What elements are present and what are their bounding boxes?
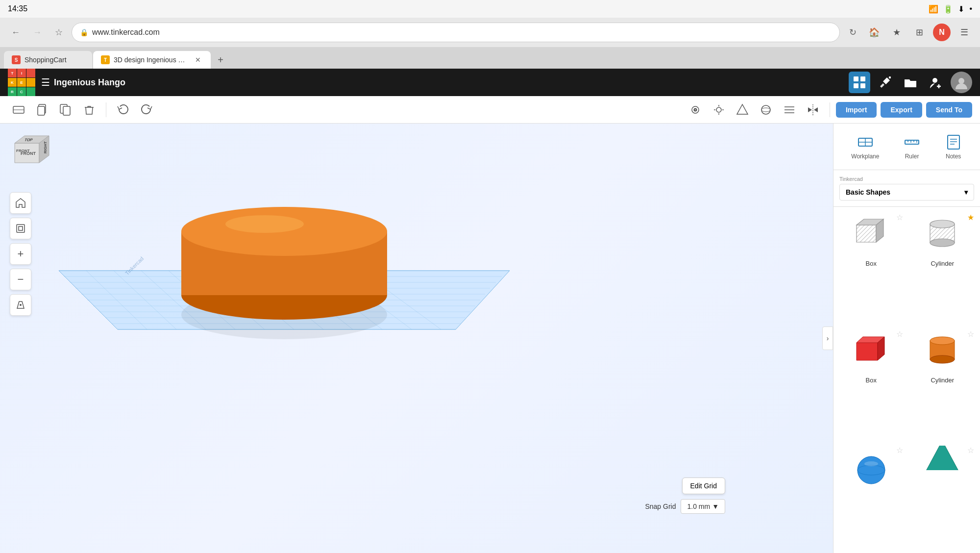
forward-button[interactable]: →	[28, 24, 46, 41]
bookmark-button[interactable]: ☆	[50, 24, 68, 41]
svg-rect-69	[19, 226, 23, 230]
svg-point-5	[932, 78, 937, 83]
hamburger-icon[interactable]: ☰	[41, 76, 50, 88]
workplane-btn[interactable]	[8, 99, 29, 121]
light-icon	[712, 103, 725, 116]
tab-tinkercad[interactable]: T 3D design Ingenious Hang... ✕	[93, 51, 211, 69]
toolbar: Import Export Send To	[0, 96, 980, 124]
svg-text:RIGHT: RIGHT	[43, 141, 48, 153]
shape-box-red-star[interactable]: ☆	[896, 329, 903, 339]
add-user-button[interactable]	[925, 72, 947, 93]
ruler-panel-icon	[903, 133, 921, 151]
build-button[interactable]	[874, 72, 896, 93]
shape-cylinder-orange-star[interactable]: ☆	[967, 329, 974, 339]
shape-teal-icon	[918, 446, 967, 470]
workplane-panel-button[interactable]: Workplane	[845, 129, 885, 164]
zoom-in-button[interactable]: +	[10, 243, 31, 265]
folders-button[interactable]	[900, 72, 921, 93]
svg-point-16	[695, 109, 696, 110]
svg-rect-3	[860, 83, 865, 88]
user-icon[interactable]: N	[933, 24, 951, 41]
tab-shoppingcart[interactable]: S ShoppingCart	[4, 51, 92, 69]
3d-viewport[interactable]: Tinkercad FRONT FRONT RIGHT TOP	[0, 124, 833, 553]
export-button[interactable]: Export	[881, 102, 922, 118]
tab2-close-button[interactable]: ✕	[193, 55, 203, 65]
align-btn[interactable]	[779, 99, 800, 121]
toolbar-divider-1	[106, 102, 106, 117]
browser-nav: ← → ☆ 🔒 www.tinkercad.com ↻ 🏠 ★ ⊞ N ☰	[0, 18, 980, 47]
svg-point-98	[858, 456, 885, 484]
tab2-favicon: T	[101, 55, 110, 64]
shape-box-red[interactable]: Box ☆	[839, 329, 903, 438]
panel-collapse-button[interactable]: ›	[822, 327, 833, 350]
edit-grid-button[interactable]: Edit Grid	[682, 478, 725, 494]
mirror-btn[interactable]	[802, 99, 824, 121]
shapes-btn[interactable]	[732, 99, 753, 121]
ruler-panel-button[interactable]: Ruler	[897, 129, 927, 164]
tinkercad-app: T I K E R C ☰ Ingenious Hango	[0, 69, 980, 553]
new-tab-button[interactable]: +	[212, 51, 229, 69]
object-btn[interactable]	[755, 99, 777, 121]
view-cube[interactable]: FRONT FRONT RIGHT TOP	[10, 133, 59, 182]
home-view-button[interactable]	[10, 192, 31, 214]
workplane-panel-icon	[857, 133, 874, 151]
snap-grid-select[interactable]: 1.0 mm ▼	[681, 499, 725, 514]
notes-panel-button[interactable]: Notes	[939, 129, 968, 164]
viewport-controls: + −	[10, 192, 31, 316]
logo-n1	[26, 69, 35, 77]
duplicate-btn[interactable]	[55, 99, 76, 121]
chevron-right-icon: ›	[827, 334, 829, 342]
perspective-icon	[15, 300, 26, 310]
snap-grid-area: Snap Grid 1.0 mm ▼	[645, 499, 725, 514]
logo-t: T	[8, 69, 17, 77]
box-red-icon	[847, 329, 896, 374]
svg-marker-30	[814, 107, 818, 112]
shape-cylinder-grey[interactable]: Cylinder ★	[911, 213, 975, 322]
notes-panel-icon	[945, 133, 962, 151]
shape-cylinder-orange[interactable]: Cylinder ☆	[911, 329, 975, 438]
redo-btn[interactable]	[136, 99, 157, 121]
home-icon[interactable]: 🏠	[865, 24, 883, 41]
send-to-button[interactable]: Send To	[926, 102, 972, 118]
zoom-out-button[interactable]: −	[10, 269, 31, 290]
snap-grid-value: 1.0 mm	[687, 503, 710, 510]
logo-c: C	[17, 87, 26, 96]
address-bar[interactable]: 🔒 www.tinkercad.com	[72, 23, 840, 42]
project-name[interactable]: Ingenious Hango	[54, 77, 125, 88]
tabs-bar: S ShoppingCart T 3D design Ingenious Han…	[0, 47, 980, 69]
reload-button[interactable]: ↻	[844, 24, 861, 41]
perspective-button[interactable]	[10, 294, 31, 316]
fit-view-button[interactable]	[10, 218, 31, 239]
shape-teal-star[interactable]: ☆	[967, 446, 974, 455]
workplane-icon	[12, 103, 25, 116]
time-display: 14:35	[8, 4, 27, 13]
grid-view-icon	[853, 75, 866, 89]
import-button[interactable]: Import	[836, 102, 877, 118]
box-grey-icon	[847, 213, 896, 257]
delete-btn[interactable]	[78, 99, 100, 121]
grid-view-button[interactable]	[849, 72, 870, 93]
shape-sphere-blue[interactable]: ☆	[839, 446, 903, 547]
profile-button[interactable]	[951, 72, 972, 93]
tab-groups-icon[interactable]: ⊞	[910, 24, 928, 41]
shape-cylinder-grey-star[interactable]: ★	[967, 213, 974, 222]
panel-dropdown-button[interactable]: Basic Shapes ▾	[839, 184, 974, 201]
undo-btn[interactable]	[112, 99, 134, 121]
copy-btn[interactable]	[31, 99, 53, 121]
back-button[interactable]: ←	[7, 24, 24, 41]
svg-rect-68	[17, 225, 24, 232]
camera-btn[interactable]	[685, 99, 706, 121]
light-btn[interactable]	[708, 99, 730, 121]
svg-rect-4	[889, 76, 891, 78]
shape-box-grey[interactable]: Box ☆	[839, 213, 903, 322]
menu-icon[interactable]: ☰	[956, 24, 973, 41]
shape-box-grey-star[interactable]: ☆	[896, 213, 903, 222]
battery-icon: 🔋	[943, 4, 953, 14]
shape-sphere-blue-star[interactable]: ☆	[896, 446, 903, 455]
star-icon[interactable]: ★	[888, 24, 906, 41]
tinkercad-logo[interactable]: T I K E R C	[8, 69, 35, 96]
shape-box-red-label: Box	[866, 377, 877, 384]
logo-e: E	[17, 78, 26, 87]
snap-grid-label: Snap Grid	[645, 503, 676, 510]
shape-teal[interactable]: ☆	[911, 446, 975, 470]
